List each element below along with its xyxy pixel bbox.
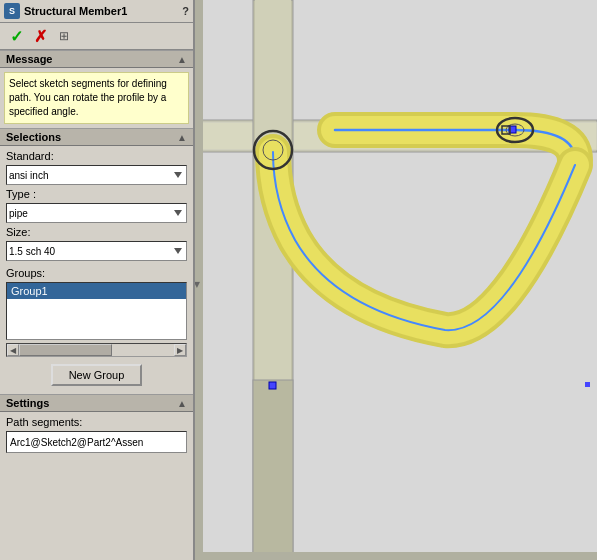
message-chevron: ▲: [177, 54, 187, 65]
help-button[interactable]: ?: [182, 5, 189, 17]
size-label: Size:: [6, 226, 187, 238]
path-segments-input[interactable]: [6, 431, 187, 453]
standard-label: Standard:: [6, 150, 187, 162]
selections-content: Standard: ansi inch iso din Type : pipe …: [0, 146, 193, 394]
size-select[interactable]: 1.5 sch 40 1 sch 40 2 sch 40: [6, 241, 187, 261]
settings-content: Path segments:: [0, 412, 193, 457]
svg-text:◀: ◀: [195, 281, 201, 288]
path-segments-label: Path segments:: [6, 416, 187, 428]
cancel-button[interactable]: ✗: [30, 26, 50, 46]
title-bar: S Structural Member1 ?: [0, 0, 193, 23]
type-select[interactable]: pipe tube beam: [6, 203, 187, 223]
groups-label: Groups:: [6, 267, 187, 279]
new-group-button[interactable]: New Group: [51, 364, 143, 386]
scene-svg: ◀: [195, 0, 597, 560]
type-label: Type :: [6, 188, 187, 200]
x-icon: ✗: [34, 27, 47, 46]
pin-button[interactable]: ⊞: [54, 26, 74, 46]
scroll-right-arrow[interactable]: ▶: [174, 344, 186, 356]
left-panel: S Structural Member1 ? ✓ ✗ ⊞ Message ▲ S…: [0, 0, 195, 560]
svg-rect-5: [253, 380, 293, 560]
toolbar: ✓ ✗ ⊞: [0, 23, 193, 50]
pin-icon: ⊞: [59, 29, 69, 43]
message-label: Message: [6, 53, 52, 65]
selections-label: Selections: [6, 131, 61, 143]
svg-rect-10: [269, 382, 276, 389]
group-item[interactable]: Group1: [7, 283, 186, 299]
title-bar-text: Structural Member1: [24, 5, 178, 17]
message-box: Select sketch segments for defining path…: [4, 72, 189, 124]
viewport: ◀: [195, 0, 597, 560]
groups-list: Group1: [6, 282, 187, 340]
ok-button[interactable]: ✓: [6, 26, 26, 46]
svg-rect-13: [585, 382, 590, 387]
svg-rect-16: [195, 552, 597, 560]
groups-scrollbar[interactable]: ◀ ▶: [6, 343, 187, 357]
checkmark-icon: ✓: [10, 27, 23, 46]
feature-icon: S: [4, 3, 20, 19]
selections-chevron: ▲: [177, 132, 187, 143]
settings-label: Settings: [6, 397, 49, 409]
settings-section-header[interactable]: Settings ▲: [0, 394, 193, 412]
svg-rect-14: [195, 0, 203, 560]
standard-select[interactable]: ansi inch iso din: [6, 165, 187, 185]
settings-chevron: ▲: [177, 398, 187, 409]
selections-section-header[interactable]: Selections ▲: [0, 128, 193, 146]
message-section-header[interactable]: Message ▲: [0, 50, 193, 68]
scroll-left-arrow[interactable]: ◀: [7, 344, 19, 356]
message-text: Select sketch segments for defining path…: [9, 78, 167, 117]
